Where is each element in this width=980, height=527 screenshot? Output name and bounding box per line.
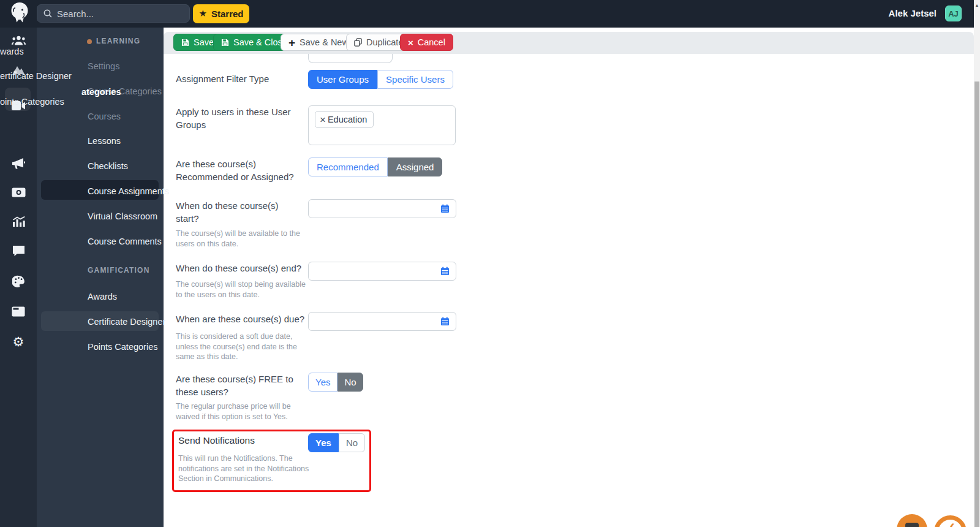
- sidebar-item-settings[interactable]: Settings: [88, 61, 119, 71]
- end-date-label: When do these course(s) end?: [176, 262, 320, 275]
- starred-button[interactable]: ★ Starred: [193, 4, 249, 23]
- notifications-toggle: Yes No: [308, 433, 365, 452]
- end-date-input[interactable]: [308, 262, 456, 281]
- money-icon[interactable]: [0, 183, 37, 202]
- plus-icon: +: [288, 37, 295, 48]
- starred-label: Starred: [211, 9, 244, 19]
- top-navbar: Search... ★ Starred Alek Jetsel AJ: [0, 0, 975, 28]
- free-toggle: Yes No: [308, 373, 363, 392]
- calendar-icon[interactable]: [440, 204, 450, 213]
- calendar-icon[interactable]: [440, 267, 450, 276]
- icon-rail-sidebar: ⚙: [0, 28, 37, 527]
- gamification-section-header: GAMIFICATION: [88, 266, 150, 275]
- free-option-no[interactable]: No: [337, 373, 363, 392]
- user-group-tag-label: Education: [328, 115, 368, 124]
- image-mountain-icon[interactable]: [0, 60, 37, 78]
- cancel-label: Cancel: [418, 37, 445, 47]
- search-placeholder: Search...: [57, 9, 94, 19]
- learning-section-header: LEARNING: [96, 37, 140, 45]
- user-groups-multiselect[interactable]: × Education: [308, 105, 456, 145]
- start-date-label: When do these course(s) start?: [176, 199, 301, 225]
- star-icon: ★: [199, 9, 207, 18]
- sidebar-item-points-categories[interactable]: Points Categories: [88, 342, 157, 352]
- sidebar-item-course-comments[interactable]: Course Comments: [88, 237, 162, 246]
- search-icon: [43, 9, 52, 18]
- save-close-label: Save & Close: [233, 37, 287, 47]
- notifications-help: This will run the Notifications. The not…: [178, 453, 310, 484]
- transition-text-fragment: ategories: [81, 87, 121, 97]
- sidebar-item-awards[interactable]: Awards: [88, 292, 117, 301]
- clipped-input-fragment[interactable]: [308, 54, 393, 63]
- learning-flyout-menu: LEARNING Settings Course Categories ateg…: [37, 28, 164, 527]
- rec-assigned-label: Are these course(s) Recommended or Assig…: [176, 157, 301, 183]
- save-new-label: Save & New: [300, 37, 349, 47]
- filter-type-option-user-groups[interactable]: User Groups: [308, 70, 377, 89]
- notifications-option-no[interactable]: No: [339, 433, 365, 452]
- sidebar-item-lessons[interactable]: Lessons: [88, 136, 121, 146]
- save-new-button[interactable]: + Save & New: [281, 34, 356, 51]
- chat-bubble-icon: [905, 523, 919, 527]
- floppy-icon: [221, 39, 229, 47]
- notifications-label: Send Notifications: [178, 435, 255, 446]
- search-input[interactable]: Search...: [37, 4, 190, 23]
- due-date-input[interactable]: [308, 312, 456, 331]
- section-dot-icon: [87, 39, 92, 44]
- end-date-help: The course(s) will stop being available …: [176, 279, 307, 300]
- scrollbar-up-icon[interactable]: ▲: [974, 1, 980, 9]
- free-help: The regular purchase price will be waive…: [176, 401, 301, 422]
- calendar-icon[interactable]: [440, 317, 450, 326]
- scrollbar-thumb[interactable]: [974, 82, 979, 527]
- save-label: Save: [194, 37, 214, 47]
- settings-gear-icon[interactable]: ⚙: [0, 333, 37, 351]
- scrollbar-track[interactable]: ▲: [974, 0, 980, 527]
- duplicate-label: Duplicate: [366, 37, 403, 47]
- window-icon[interactable]: [0, 302, 37, 320]
- analytics-chart-icon[interactable]: [0, 212, 37, 230]
- floppy-icon: [181, 39, 189, 47]
- user-name[interactable]: Alek Jetsel: [889, 8, 937, 18]
- avatar[interactable]: AJ: [945, 6, 962, 21]
- clock-hand-icon: (: [946, 521, 955, 527]
- sidebar-item-virtual-classroom[interactable]: Virtual Classroom: [88, 211, 157, 221]
- main-content: Save Save & Close + Save & New Duplicate…: [164, 28, 974, 527]
- elephant-logo-icon[interactable]: [9, 2, 30, 25]
- cancel-button[interactable]: × Cancel: [400, 34, 453, 51]
- users-icon[interactable]: [0, 31, 37, 50]
- video-icon[interactable]: [0, 96, 37, 115]
- due-date-label: When are these course(s) due?: [176, 313, 320, 325]
- filter-type-option-specific-users[interactable]: Specific Users: [377, 70, 453, 89]
- sidebar-item-courses[interactable]: Courses: [88, 112, 121, 121]
- remove-tag-icon[interactable]: ×: [320, 115, 326, 125]
- palette-icon[interactable]: [0, 272, 37, 290]
- x-icon: ×: [408, 38, 413, 47]
- due-date-help: This is considered a soft due date, unle…: [176, 332, 311, 362]
- user-groups-label: Apply to users in these User Groups: [176, 105, 295, 131]
- sidebar-item-course-assignments[interactable]: Course Assignments: [88, 186, 169, 196]
- rec-assigned-option-assigned[interactable]: Assigned: [388, 157, 443, 176]
- chat-icon[interactable]: [0, 241, 37, 260]
- start-date-help: The course(s) will be available to the u…: [176, 229, 301, 249]
- filter-type-toggle: User Groups Specific Users: [308, 70, 453, 89]
- megaphone-icon[interactable]: [0, 154, 37, 173]
- user-group-tag[interactable]: × Education: [315, 111, 374, 128]
- rec-assigned-toggle: Recommended Assigned: [308, 157, 442, 176]
- copy-icon: [354, 38, 362, 47]
- notifications-option-yes[interactable]: Yes: [308, 433, 339, 452]
- free-label: Are these course(s) FREE to these users?: [176, 373, 301, 398]
- sidebar-item-checklists[interactable]: Checklists: [88, 161, 128, 171]
- start-date-input[interactable]: [308, 199, 456, 218]
- filter-type-label: Assignment Filter Type: [176, 72, 301, 85]
- sidebar-item-certificate-designer[interactable]: Certificate Designer: [88, 317, 165, 327]
- free-option-yes[interactable]: Yes: [308, 373, 337, 392]
- rec-assigned-option-recommended[interactable]: Recommended: [308, 157, 388, 176]
